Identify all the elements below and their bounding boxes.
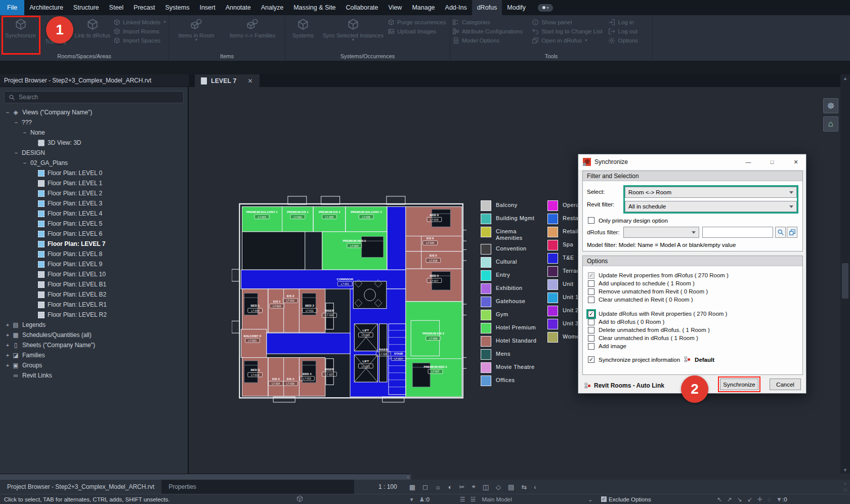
tree-item-floor-plan-level-4[interactable]: Floor Plan: LEVEL 4 xyxy=(0,208,188,219)
ribbon-tab-structure[interactable]: Structure xyxy=(68,0,104,15)
minimize-icon[interactable]: — xyxy=(738,154,758,170)
collapse-icon[interactable]: − xyxy=(4,109,11,115)
collapse-icon[interactable]: − xyxy=(21,130,28,136)
view-tab-level7[interactable]: LEVEL 7 ✕ xyxy=(195,74,260,87)
search-input[interactable]: Search xyxy=(4,91,184,103)
expand-icon[interactable]: + xyxy=(4,352,11,358)
analytical-model-icon[interactable]: ▤ xyxy=(508,483,514,491)
option-update-drofus-with-revit-properties-270-[interactable]: ✓Update dRofus with Revit properties ( 2… xyxy=(588,310,802,318)
ribbon-button-items-families[interactable]: Items <-> Families xyxy=(223,17,282,52)
editing-requests-chevron-icon[interactable]: ▾ xyxy=(410,496,413,503)
dialog-title-bar[interactable]: Synchronize — □ ✕ xyxy=(578,154,806,170)
select-underlay-icon[interactable]: ↗ xyxy=(727,496,732,503)
option-add-unplaced-to-schedule-1-room-[interactable]: Add unplaced to schedule ( 1 Room ) xyxy=(588,279,802,287)
tree-item-floor-plan-level-r1[interactable]: Floor Plan: LEVEL R1 xyxy=(0,300,188,310)
tree-item-floor-plan-level-9[interactable]: Floor Plan: LEVEL 9 xyxy=(0,259,188,269)
tree-item-families[interactable]: +◪Families xyxy=(0,350,188,360)
option-clear-unmatched-in-drofus-1-room-[interactable]: Clear unmatched in dRofus ( 1 Room ) xyxy=(588,334,802,342)
crop-region-icon[interactable]: ⌖ xyxy=(472,483,475,491)
ribbon-button-systems[interactable]: Systems xyxy=(287,17,319,52)
ribbon-item-categories[interactable]: Categories xyxy=(452,19,531,26)
revit-rooms-auto-link[interactable]: Revit Rooms - Auto Link xyxy=(584,382,664,389)
tree-item-floor-plan-level-10[interactable]: Floor Plan: LEVEL 10 xyxy=(0,269,188,279)
cancel-button[interactable]: Cancel xyxy=(770,379,801,390)
synchronize-button[interactable]: Synchronize xyxy=(720,379,758,390)
ribbon-button-sync-selected-instances[interactable]: Sync Selected Instances▼ xyxy=(320,17,387,52)
ribbon-tab-modify[interactable]: Modify xyxy=(502,0,531,15)
ribbon-tab-annotate[interactable]: Annotate xyxy=(221,0,256,15)
checkbox[interactable]: ✓ xyxy=(588,272,594,279)
reveal-hidden-icon[interactable]: ◇ xyxy=(496,483,501,491)
constraints-icon[interactable]: ⇆ xyxy=(521,483,527,491)
drag-on-selection-icon[interactable]: ✛ xyxy=(757,496,762,503)
tree-item-groups[interactable]: +▣Groups xyxy=(0,360,188,370)
filter-icon[interactable]: ▼ xyxy=(776,496,782,503)
sync-project-info-checkbox[interactable]: ✓ xyxy=(588,356,594,363)
checkbox[interactable] xyxy=(588,288,594,295)
ribbon-button-link-to-drofus[interactable]: Link to dRofus xyxy=(72,17,112,52)
tree-item-floor-plan-level-b2[interactable]: Floor Plan: LEVEL B2 xyxy=(0,289,188,300)
select-links-icon[interactable]: ↖ xyxy=(717,496,722,503)
ribbon-tab-file[interactable]: File xyxy=(0,0,24,15)
tree-item-3d-view-3d[interactable]: 3D View: 3D xyxy=(0,138,188,148)
detail-level-icon[interactable]: ▩ xyxy=(409,483,415,491)
ribbon-tab-view[interactable]: View xyxy=(384,0,407,15)
ribbon-item-open-in-drofus[interactable]: Open in dRofus▼ xyxy=(532,37,607,44)
tree-item--[interactable]: −??? xyxy=(0,117,188,128)
collapse-icon[interactable]: − xyxy=(13,119,20,125)
ribbon-item-import-rooms[interactable]: Import Rooms xyxy=(113,28,166,35)
maximize-icon[interactable]: □ xyxy=(762,154,782,170)
ribbon-item-options[interactable]: Options xyxy=(608,37,650,44)
checkbox[interactable] xyxy=(588,280,594,287)
tree-item-legends[interactable]: +▤Legends xyxy=(0,320,188,330)
expand-icon[interactable]: + xyxy=(4,342,11,348)
revit-filter-combobox[interactable]: All in schedule xyxy=(625,201,797,212)
tree-item-schedules-quantities-all-[interactable]: +▦Schedules/Quantities (all) xyxy=(0,330,188,340)
workset-list-icon[interactable]: ☱ xyxy=(471,496,476,503)
ribbon-tab-analyze[interactable]: Analyze xyxy=(256,0,288,15)
ribbon-item-start-log-to-change-list[interactable]: Start log to Change List xyxy=(532,28,607,35)
filter-search-button[interactable] xyxy=(775,227,786,238)
ribbon-tab-add-ins[interactable]: Add-Ins xyxy=(440,0,472,15)
sun-path-icon[interactable]: ☼ xyxy=(435,483,441,491)
checkbox[interactable] xyxy=(588,327,594,333)
shadows-icon[interactable]: ◐ xyxy=(448,483,452,491)
tree-item-floor-plan-level-2[interactable]: Floor Plan: LEVEL 2 xyxy=(0,188,188,198)
scroll-up-icon[interactable]: ▲ xyxy=(842,76,848,81)
filter-open-button[interactable] xyxy=(787,227,797,238)
tree-item-floor-plan-level-r2[interactable]: Floor Plan: LEVEL R2 xyxy=(0,310,188,320)
option-remove-unmatched-from-revit-0-room-[interactable]: Remove unmatched from Revit ( 0 Room ) xyxy=(588,287,802,296)
option-add-image[interactable]: Add image xyxy=(588,342,802,350)
tree-item-views-company-name-[interactable]: −◈Views ("Company Name") xyxy=(0,107,188,117)
visual-style-icon[interactable]: ◻ xyxy=(422,483,428,491)
option-add-to-drofus-0-room-[interactable]: Add to dRofus ( 0 Room ) xyxy=(588,318,802,326)
more-controls-icon[interactable]: ‹ xyxy=(534,483,536,491)
exclude-options-checkbox[interactable]: ✓Exclude Options xyxy=(601,496,651,502)
close-view-icon[interactable]: ✕ xyxy=(248,77,253,85)
tree-item-floor-plan-level-b1[interactable]: Floor Plan: LEVEL B1 xyxy=(0,279,188,289)
worksets-icon[interactable]: ♟ xyxy=(419,496,424,503)
ribbon-button-items-in-room[interactable]: Items in Room▼ xyxy=(171,17,222,52)
tab-project-browser[interactable]: Project Browser - Step2+3_Complex_Model_… xyxy=(0,480,161,494)
active-workset-select[interactable]: Main Model xyxy=(482,496,512,502)
select-pinned-icon[interactable]: ↘ xyxy=(737,496,742,503)
corner-grip[interactable]: ›∷ xyxy=(840,480,850,494)
tree-item-revit-links[interactable]: ∞Revit Links xyxy=(0,370,188,381)
option-delete-unmatched-from-drofus-1-room-[interactable]: Delete unmatched from dRofus. ( 1 Room ) xyxy=(588,326,802,334)
tree-item-design[interactable]: −DESIGN xyxy=(0,148,188,158)
ribbon-item-purge-occurrences[interactable]: Purge occurrences xyxy=(388,19,446,26)
select-by-face-icon[interactable]: ↙ xyxy=(747,496,752,503)
tree-item-floor-plan-level-5[interactable]: Floor Plan: LEVEL 5 xyxy=(0,219,188,229)
ribbon-tab-manage[interactable]: Manage xyxy=(407,0,440,15)
ribbon-item-log-out[interactable]: Log out xyxy=(608,28,650,35)
crop-view-icon[interactable]: ✂ xyxy=(459,483,465,491)
scroll-down-icon[interactable]: ▼ xyxy=(842,468,848,473)
tree-item-none[interactable]: −None xyxy=(0,128,188,138)
tree-item-sheets-company-name-[interactable]: +▯Sheets ("Company Name") xyxy=(0,340,188,350)
tree-item-floor-plan-level-3[interactable]: Floor Plan: LEVEL 3 xyxy=(0,198,188,208)
ribbon-item-import-spaces[interactable]: Import Spaces xyxy=(113,37,166,44)
only-primary-checkbox[interactable] xyxy=(588,217,594,224)
ribbon-item-show-panel[interactable]: Show panel xyxy=(532,19,607,26)
tree-item-floor-plan-level-0[interactable]: Floor Plan: LEVEL 0 xyxy=(0,168,188,178)
ribbon-tab-steel[interactable]: Steel xyxy=(104,0,129,15)
